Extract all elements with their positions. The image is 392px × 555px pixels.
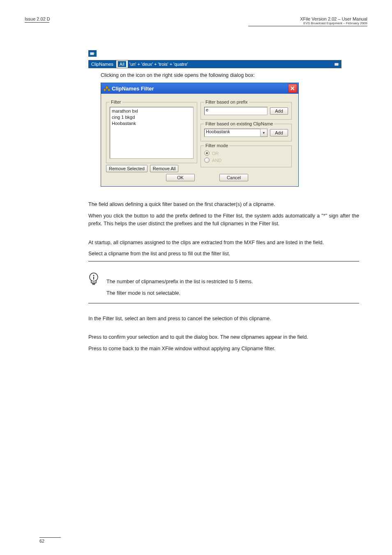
text-run: The bbox=[88, 201, 99, 207]
open-filter-icon bbox=[88, 50, 97, 57]
clipnames-status-bar: ClipNames All 'un' + 'deux' + 'trois' + … bbox=[88, 60, 341, 68]
page-footer: 62 bbox=[39, 537, 61, 543]
chevron-down-icon[interactable]: ▼ bbox=[261, 129, 267, 137]
prefix-filter-group: Filter based on prefix e Add bbox=[201, 99, 292, 120]
text-run: At startup, all clipnames assigned to th… bbox=[88, 240, 313, 245]
mode-and-radio: AND bbox=[204, 157, 288, 163]
text-run: Press bbox=[88, 346, 103, 352]
clipnames-summary-text: 'un' + 'deux' + 'trois' + 'quatre' bbox=[128, 60, 333, 68]
paragraph: The field allows defining a quick filter… bbox=[88, 201, 359, 208]
filter-listbox[interactable]: marathon bxl cing 1 bkgd Hoobastank bbox=[110, 107, 194, 159]
note-line: The filter mode is not selectable. bbox=[106, 289, 253, 297]
svg-point-10 bbox=[93, 275, 94, 276]
mode-or-radio: OR bbox=[204, 150, 288, 156]
note-block: The number of clipnames/prefix in the li… bbox=[88, 272, 359, 301]
issue-label: Issue 2.02 D bbox=[25, 16, 50, 21]
clipname-combobox[interactable]: Hoobastank ▼ bbox=[204, 129, 267, 137]
list-item[interactable]: Hoobastank bbox=[112, 120, 191, 127]
paragraph: Press to come back to the main XFile win… bbox=[88, 345, 359, 353]
note-icon bbox=[88, 272, 99, 285]
existing-legend: Filter based on existing ClipName bbox=[204, 121, 274, 126]
mode-and-label: AND bbox=[212, 158, 221, 163]
svg-rect-2 bbox=[334, 63, 339, 66]
list-item[interactable]: marathon bxl bbox=[112, 108, 191, 114]
cancel-button[interactable]: Cancel bbox=[219, 174, 248, 181]
add-prefix-button[interactable]: Add bbox=[270, 107, 288, 115]
add-clipname-button[interactable]: Add bbox=[270, 129, 288, 136]
list-item[interactable]: cing 1 bkgd bbox=[112, 114, 191, 120]
all-button[interactable]: All bbox=[118, 61, 127, 67]
prefix-legend: Filter based on prefix bbox=[204, 99, 249, 104]
dialog-title: ClipNames Filter bbox=[112, 86, 288, 92]
svg-marker-4 bbox=[106, 86, 108, 90]
mode-legend: Filter mode bbox=[204, 143, 229, 148]
footer-divider bbox=[39, 537, 61, 538]
note-divider bbox=[88, 261, 359, 261]
clipnames-button[interactable]: ClipNames bbox=[89, 60, 116, 68]
paragraph: Press to confirm your selection and to q… bbox=[88, 333, 359, 341]
radio-icon bbox=[204, 150, 210, 156]
paragraph: In the Filter list, select an item and p… bbox=[88, 315, 359, 323]
text-run: Press bbox=[88, 334, 103, 340]
svg-rect-0 bbox=[90, 52, 94, 55]
dialog-app-icon bbox=[104, 85, 110, 92]
radio-icon bbox=[204, 157, 210, 163]
close-icon[interactable]: ✕ bbox=[288, 84, 297, 93]
open-dialog-icon[interactable] bbox=[333, 60, 341, 68]
clipname-combo-value[interactable]: Hoobastank bbox=[204, 129, 261, 137]
header-divider-left bbox=[25, 22, 49, 23]
svg-marker-5 bbox=[104, 88, 106, 91]
text-run: In the Filter list, select an item and p… bbox=[88, 316, 182, 321]
text-run: When you click the bbox=[88, 213, 134, 219]
text-run: to fill out the filter list. bbox=[182, 251, 231, 257]
paragraph: Select a clipname from the list and pres… bbox=[88, 250, 359, 258]
clipnames-filter-dialog: ClipNames Filter ✕ Filter marathon bxl c… bbox=[101, 83, 299, 187]
text-run: to cancel the selection of this clipname… bbox=[182, 316, 271, 321]
note-line: The number of clipnames/prefix in the li… bbox=[106, 278, 253, 286]
existing-clipname-group: Filter based on existing ClipName Hoobas… bbox=[201, 121, 292, 141]
ok-button[interactable]: OK bbox=[166, 174, 195, 181]
note-divider bbox=[88, 303, 359, 303]
filter-list-group: Filter marathon bxl cing 1 bkgd Hoobasta… bbox=[106, 99, 197, 163]
text-run: field allows defining a quick filter bas… bbox=[99, 201, 275, 207]
text-run: to come back to the main XFile window wi… bbox=[103, 346, 275, 352]
intro-text: Clicking on the icon on the right side o… bbox=[101, 72, 359, 79]
remove-selected-button[interactable]: Remove Selected bbox=[106, 165, 148, 172]
text-run: field. bbox=[297, 334, 308, 340]
prefix-input[interactable]: e bbox=[204, 107, 267, 115]
filter-mode-group: Filter mode OR AND bbox=[201, 143, 292, 167]
paragraph: At startup, all clipnames assigned to th… bbox=[88, 239, 359, 247]
dialog-titlebar: ClipNames Filter ✕ bbox=[101, 83, 298, 94]
doc-subtitle: EVS Broadcast Equipment – February 2009 bbox=[248, 21, 367, 25]
doc-title: XFile Version 2.02 – User Manual bbox=[248, 16, 367, 21]
header-divider-right bbox=[248, 26, 367, 26]
filter-legend: Filter bbox=[110, 99, 122, 104]
page-number: 62 bbox=[39, 539, 44, 543]
text-run: Select a clipname from the list and pres… bbox=[88, 251, 182, 257]
svg-marker-6 bbox=[108, 88, 110, 91]
remove-all-button[interactable]: Remove All bbox=[150, 165, 179, 172]
paragraph: When you click the button to add the pre… bbox=[88, 212, 359, 228]
mode-or-label: OR bbox=[212, 151, 219, 156]
text-run: field. bbox=[313, 240, 324, 245]
text-run: to confirm your selection and to quit th… bbox=[103, 334, 297, 340]
